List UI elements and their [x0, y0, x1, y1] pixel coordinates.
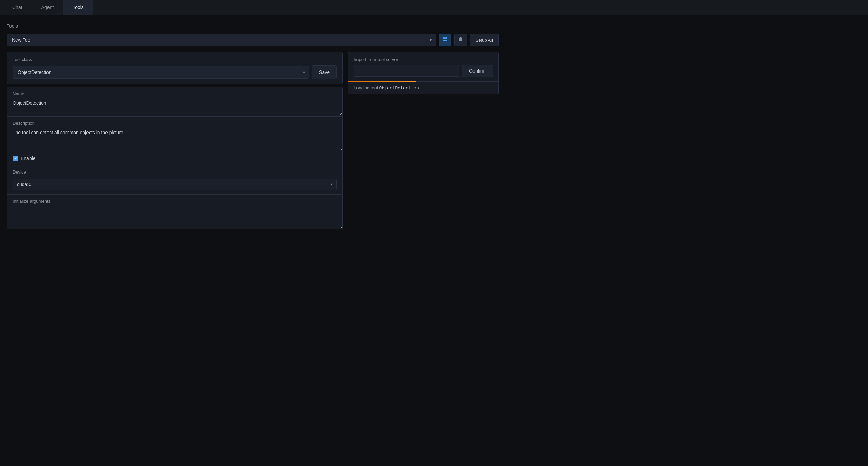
svg-rect-0 — [443, 37, 445, 39]
enable-checkbox[interactable] — [13, 156, 18, 161]
loading-text-row: Loading tool ObjectDetection... — [348, 82, 498, 94]
name-section: Name — [7, 87, 342, 117]
tool-selector-row: New Tool Setup All — [7, 34, 499, 46]
tools-right: Import from tool server Confirm Loading … — [348, 52, 499, 229]
add-icon — [442, 37, 448, 43]
tool-class-select-wrapper: ObjectDetection — [13, 66, 309, 79]
add-tool-button[interactable] — [439, 34, 451, 46]
top-nav: Chat Agent Tools — [0, 0, 868, 15]
import-panel: Import from tool server Confirm Loading … — [348, 52, 499, 94]
tool-class-label: Tool class — [13, 57, 337, 62]
save-button[interactable]: Save — [312, 65, 337, 79]
tool-selector-wrapper: New Tool — [7, 34, 436, 46]
main-content: Tools New Tool — [0, 15, 505, 238]
device-section: Device cuda:0 — [7, 165, 342, 195]
description-input[interactable] — [7, 127, 342, 150]
init-args-label: Initialize arguments — [7, 195, 342, 205]
delete-tool-button[interactable] — [454, 34, 467, 46]
tools-section-title: Tools — [7, 23, 499, 29]
setup-all-button[interactable]: Setup All — [470, 34, 499, 46]
tools-left: Tool class ObjectDetection Save Name — [7, 52, 343, 229]
init-args-input[interactable] — [7, 205, 342, 228]
device-label: Device — [7, 165, 342, 176]
import-server-input[interactable] — [354, 65, 459, 77]
device-select-wrapper: cuda:0 — [13, 179, 337, 190]
tab-agent[interactable]: Agent — [32, 0, 63, 15]
svg-rect-2 — [443, 40, 445, 41]
description-label: Description — [7, 117, 342, 127]
device-select-container: cuda:0 — [7, 176, 342, 194]
init-args-section: Initialize arguments — [7, 195, 342, 229]
confirm-button[interactable]: Confirm — [462, 65, 493, 77]
tools-layout: Tool class ObjectDetection Save Name — [7, 52, 499, 229]
tool-class-select[interactable]: ObjectDetection — [13, 66, 309, 79]
tool-class-row: ObjectDetection Save — [13, 65, 337, 79]
device-select[interactable]: cuda:0 — [13, 179, 337, 190]
svg-rect-3 — [445, 40, 447, 41]
enable-label: Enable — [21, 156, 36, 161]
tool-selector[interactable]: New Tool — [7, 34, 436, 46]
description-section: Description — [7, 117, 342, 151]
tab-chat[interactable]: Chat — [3, 0, 32, 15]
enable-section: Enable — [7, 151, 342, 165]
delete-icon — [458, 37, 463, 43]
loading-text-mono: ObjectDetection... — [379, 85, 427, 90]
loading-text-label: Loading tool — [354, 85, 379, 90]
svg-rect-1 — [445, 37, 447, 39]
tab-tools[interactable]: Tools — [63, 0, 93, 15]
name-input[interactable] — [7, 98, 342, 115]
name-label: Name — [7, 87, 342, 98]
tool-form-panel: Name Description Enable Devic — [7, 87, 343, 229]
import-row: Confirm — [348, 65, 498, 81]
import-panel-header: Import from tool server — [348, 52, 498, 65]
tool-class-container: Tool class ObjectDetection Save — [7, 52, 343, 84]
